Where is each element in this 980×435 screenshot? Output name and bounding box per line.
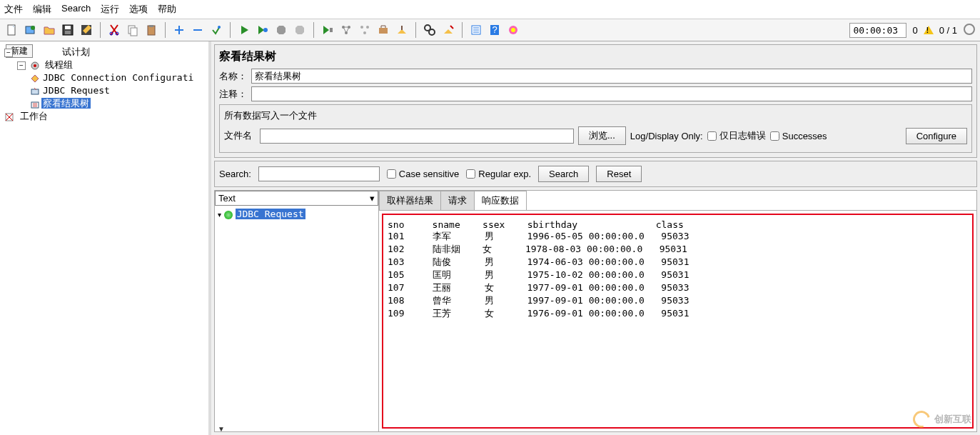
function-helper-icon[interactable] <box>468 22 484 38</box>
workbench-icon <box>4 112 14 122</box>
results-right: 取样器结果 请求 响应数据 sno sname ssex sbirthday c… <box>379 191 976 431</box>
watermark: 创新互联 <box>913 411 971 428</box>
browse-button[interactable]: 浏览... <box>578 126 626 145</box>
tree-testplan[interactable]: 试计划 <box>61 46 91 57</box>
search-tb-icon[interactable] <box>422 22 438 38</box>
heap-dump-icon[interactable] <box>505 22 521 38</box>
collapse-icon[interactable] <box>190 22 206 38</box>
results-tree-icon <box>30 99 40 109</box>
tree-toggle[interactable]: − <box>17 61 26 70</box>
name-input[interactable] <box>251 69 972 84</box>
jdbc-config-icon <box>30 74 40 84</box>
toolbar: ? 0 0 / 1 <box>0 19 980 41</box>
save-icon[interactable] <box>60 22 76 38</box>
svg-rect-34 <box>31 89 39 94</box>
svg-rect-5 <box>65 31 71 34</box>
panel-title: 察看结果树 <box>219 49 972 64</box>
search-button[interactable]: Search <box>538 166 589 182</box>
svg-rect-23 <box>401 26 403 30</box>
tree-jdbc-config[interactable]: JDBC Connection Configurati <box>41 72 195 83</box>
svg-point-25 <box>429 29 435 35</box>
toggle-icon[interactable] <box>208 22 224 38</box>
tree-toggle[interactable]: − <box>4 49 13 57</box>
testplan-icon <box>17 48 27 58</box>
tree-threadgroup[interactable]: 线程组 <box>44 59 74 70</box>
comment-input[interactable] <box>251 86 972 101</box>
stop-icon[interactable] <box>273 22 289 38</box>
remote-shutdown-icon[interactable] <box>375 22 391 38</box>
save-as-icon[interactable] <box>79 22 94 38</box>
remote-start-icon[interactable] <box>320 22 335 38</box>
tree-jdbc-request[interactable]: JDBC Request <box>41 85 111 96</box>
jdbc-request-icon <box>30 86 40 96</box>
threadgroup-icon <box>30 61 40 71</box>
help-icon[interactable]: ? <box>487 22 502 38</box>
start-no-pause-icon[interactable] <box>255 22 271 38</box>
main-split: 新建 − 试计划 − 线程组 JDBC Connection Configura… <box>0 41 980 435</box>
renderer-combo[interactable]: Text ▾ <box>215 191 378 206</box>
svg-point-2 <box>31 26 35 30</box>
reset-button[interactable]: Reset <box>596 166 642 182</box>
warning-icon[interactable] <box>924 26 934 34</box>
sample-tree[interactable]: ▾ JDBC Request <box>215 206 378 431</box>
warning-count: 0 <box>912 25 917 36</box>
thread-counter: 0 / 1 <box>939 25 957 36</box>
expand-icon[interactable] <box>171 22 187 38</box>
svg-rect-22 <box>379 28 388 34</box>
sample-node[interactable]: JDBC Request <box>236 209 305 219</box>
clear-search-icon[interactable] <box>440 22 456 38</box>
case-sensitive-checkbox[interactable]: Case sensitive <box>387 169 460 179</box>
search-bar: Search: Case sensitive Regular exp. Sear… <box>214 161 977 187</box>
regex-checkbox[interactable]: Regular exp. <box>466 169 531 179</box>
filename-label: 文件名 <box>224 129 256 142</box>
remote-start-all-icon[interactable] <box>338 22 354 38</box>
menu-help[interactable]: 帮助 <box>158 3 176 16</box>
shutdown-icon[interactable] <box>292 22 308 38</box>
search-input[interactable] <box>258 166 380 181</box>
menu-file[interactable]: 文件 <box>4 3 23 16</box>
tab-request[interactable]: 请求 <box>440 191 475 210</box>
svg-rect-10 <box>131 28 137 36</box>
clear-icon[interactable] <box>394 22 410 38</box>
result-tabs: 取样器结果 请求 响应数据 <box>379 191 976 211</box>
svg-point-33 <box>34 64 36 67</box>
test-plan-tree[interactable]: 新建 − 试计划 − 线程组 JDBC Connection Configura… <box>0 41 211 435</box>
errors-only-checkbox[interactable]: 仅日志错误 <box>707 129 766 142</box>
tree-view-results[interactable]: 察看结果树 <box>41 98 91 109</box>
paste-icon[interactable] <box>143 22 159 38</box>
right-panel: 察看结果树 名称： 注释： 所有数据写入一个文件 文件名 浏览... Log/D… <box>211 41 980 435</box>
dropdown-arrow-icon[interactable]: ▼ <box>218 425 225 432</box>
status-icon <box>963 23 976 38</box>
response-body[interactable]: sno sname ssex sbirthday class 101 李军 男 … <box>382 214 974 429</box>
start-icon[interactable] <box>236 22 252 38</box>
remote-stop-icon[interactable] <box>357 22 373 38</box>
svg-point-19 <box>360 26 363 29</box>
tab-response-data[interactable]: 响应数据 <box>474 191 527 210</box>
templates-icon[interactable] <box>23 22 39 38</box>
chevron-down-icon: ▾ <box>370 193 375 204</box>
svg-point-13 <box>218 26 221 29</box>
menu-options[interactable]: 选项 <box>129 3 148 16</box>
comment-label: 注释： <box>219 88 247 101</box>
tab-sampler-result[interactable]: 取样器结果 <box>379 191 441 210</box>
filename-input[interactable] <box>260 129 574 144</box>
copy-icon[interactable] <box>125 22 141 38</box>
new-file-icon[interactable] <box>4 22 20 38</box>
successes-checkbox[interactable]: Successes <box>770 131 827 141</box>
cut-icon[interactable] <box>106 22 122 38</box>
file-section-title: 所有数据写入一个文件 <box>224 109 967 122</box>
menu-run[interactable]: 运行 <box>101 3 119 16</box>
success-icon <box>224 211 233 219</box>
watermark-logo-icon <box>910 408 934 431</box>
menu-edit[interactable]: 编辑 <box>33 3 51 16</box>
elapsed-timer <box>849 23 906 38</box>
open-icon[interactable] <box>41 22 57 38</box>
config-panel: 察看结果树 名称： 注释： 所有数据写入一个文件 文件名 浏览... Log/D… <box>214 44 977 158</box>
svg-point-30 <box>511 28 515 32</box>
log-display-label: Log/Display Only: <box>630 131 703 141</box>
svg-rect-4 <box>65 26 71 29</box>
tree-workbench[interactable]: 工作台 <box>19 111 49 121</box>
menu-search[interactable]: Search <box>61 3 91 16</box>
configure-button[interactable]: Configure <box>906 128 967 144</box>
search-label: Search: <box>219 169 251 179</box>
